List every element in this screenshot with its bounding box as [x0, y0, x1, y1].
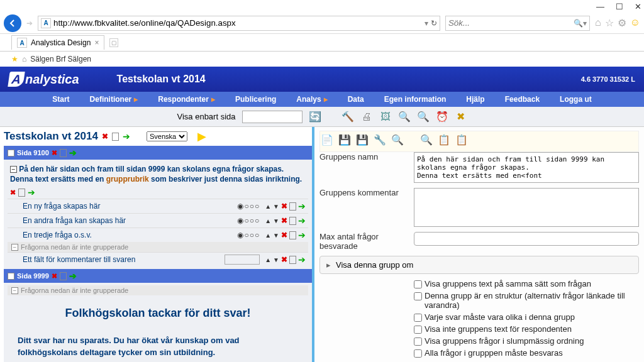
delete-icon[interactable]: ✖: [281, 216, 287, 225]
url-input[interactable]: [53, 18, 422, 28]
page-header-9999[interactable]: − Sida 9999 ✖ ➔: [4, 269, 312, 283]
checkbox-unique-answers[interactable]: [414, 314, 422, 322]
delete-icon[interactable]: ✖: [102, 132, 108, 141]
group-info-row[interactable]: − På den här sidan och fram till sidan 9…: [8, 162, 308, 186]
copy-icon[interactable]: [289, 217, 296, 225]
tool-icon[interactable]: 🔧: [373, 133, 387, 146]
emoji-icon[interactable]: ☺: [630, 17, 640, 29]
copy-icon[interactable]: [289, 256, 296, 264]
search-icon[interactable]: 🔍: [574, 19, 583, 28]
new-icon[interactable]: [18, 189, 25, 197]
favorites-icon[interactable]: ☆: [605, 17, 614, 29]
question-row[interactable]: En tredje fråga o.s.v. ◉○○○ ▲ ▼ ✖ ➔: [8, 228, 308, 242]
delete-icon[interactable]: ✖: [52, 272, 57, 280]
maximize-icon[interactable]: ☐: [616, 2, 623, 11]
save-icon[interactable]: 💾: [338, 133, 352, 146]
delete-icon[interactable]: ✖: [281, 255, 287, 264]
search-input[interactable]: [448, 18, 574, 28]
condition-accordion[interactable]: ▸ Visa denna grupp om: [319, 256, 639, 274]
menu-publicering[interactable]: Publicering: [235, 95, 276, 104]
checkbox-structure[interactable]: [414, 292, 422, 300]
comment-field-row[interactable]: Ett fält för kommentarer till svaren ▲ ▼…: [8, 252, 308, 266]
url-field-wrap[interactable]: A ▾ ↻: [38, 16, 440, 31]
new-tab-icon[interactable]: ▢: [109, 38, 118, 47]
new-doc-icon[interactable]: 📄: [320, 133, 334, 146]
menu-loggaut[interactable]: Logga ut: [560, 95, 592, 104]
refresh-icon[interactable]: ↻: [431, 19, 437, 28]
copy-icon[interactable]: [289, 202, 296, 211]
move-up-icon[interactable]: ▲: [265, 217, 271, 224]
max-questions-input[interactable]: [414, 232, 639, 246]
star-icon[interactable]: ★: [11, 55, 18, 63]
forward-button[interactable]: ➔: [26, 19, 33, 28]
collapse-icon[interactable]: −: [8, 150, 14, 156]
search2-icon[interactable]: 🔍: [417, 111, 430, 123]
page-header-9100[interactable]: − Sida 9100 ✖ ➔: [4, 146, 312, 160]
collapse-icon[interactable]: −: [11, 287, 18, 294]
page-filter-input[interactable]: [242, 111, 303, 123]
copy-icon[interactable]: 📋: [437, 133, 451, 146]
minimize-icon[interactable]: —: [596, 2, 604, 11]
checkbox-hide-text[interactable]: [414, 326, 422, 334]
copy-icon[interactable]: [289, 231, 296, 239]
refresh-icon[interactable]: 🔄: [309, 111, 321, 123]
menu-start[interactable]: Start: [52, 95, 69, 104]
menu-analys[interactable]: Analys▶: [296, 95, 327, 104]
menu-definitioner[interactable]: Definitioner▶: [90, 95, 138, 104]
clock-icon[interactable]: ⏰: [436, 111, 448, 123]
close-icon[interactable]: ✕: [635, 2, 641, 11]
move-up-icon[interactable]: ▲: [265, 232, 271, 239]
move-down-icon[interactable]: ▼: [273, 203, 279, 210]
forward-arrow-icon[interactable]: ➔: [298, 230, 306, 240]
fav-link[interactable]: Sälgen Brf Sälgen: [30, 55, 91, 63]
play-icon[interactable]: ▶: [197, 129, 206, 143]
menu-hjalp[interactable]: Hjälp: [466, 95, 484, 104]
zoom-icon[interactable]: 🔍: [391, 133, 404, 146]
new-page-icon[interactable]: [60, 272, 67, 280]
delete-icon[interactable]: ✖: [281, 202, 287, 211]
checkbox-all-required[interactable]: [414, 349, 422, 358]
paste-icon[interactable]: 📋: [455, 133, 469, 146]
forward-arrow-icon[interactable]: ➔: [28, 187, 35, 197]
delete-icon[interactable]: ✖: [52, 149, 57, 157]
forward-arrow-icon[interactable]: ➔: [69, 148, 77, 158]
search-field-wrap[interactable]: 🔍 ▾: [445, 16, 590, 31]
move-up-icon[interactable]: ▲: [265, 256, 271, 263]
menu-respondenter[interactable]: Respondenter▶: [158, 95, 215, 104]
forward-arrow-icon[interactable]: ➔: [298, 216, 306, 226]
question-row[interactable]: En andra fråga kan skapas här ◉○○○ ▲ ▼ ✖…: [8, 213, 308, 228]
menu-egeninfo[interactable]: Egen information: [384, 95, 447, 104]
menu-data[interactable]: Data: [348, 95, 364, 104]
move-down-icon[interactable]: ▼: [273, 217, 279, 224]
group-name-input[interactable]: På den här sidan och fram till sidan 999…: [414, 152, 639, 183]
tab-close-icon[interactable]: ×: [94, 38, 99, 47]
language-select[interactable]: Svenska: [147, 131, 187, 141]
printer-icon[interactable]: 🖨: [360, 111, 373, 123]
checkbox-random-order[interactable]: [414, 337, 422, 346]
collapse-icon[interactable]: −: [11, 244, 18, 251]
forward-arrow-icon[interactable]: ➔: [123, 131, 130, 141]
save-as-icon[interactable]: 💾: [355, 133, 369, 146]
collapse-icon[interactable]: −: [8, 273, 14, 280]
new-page-icon[interactable]: [60, 149, 67, 157]
home-icon[interactable]: ⌂: [595, 17, 601, 29]
hammer-icon[interactable]: 🔨: [341, 111, 354, 123]
tools-icon[interactable]: ✖: [455, 111, 467, 123]
menu-feedback[interactable]: Feedback: [505, 95, 540, 104]
forward-arrow-icon[interactable]: ➔: [69, 271, 77, 281]
zoom-icon[interactable]: 🔍: [398, 111, 411, 123]
delete-icon[interactable]: ✖: [10, 189, 16, 197]
dropdown-icon[interactable]: ▾: [425, 19, 428, 28]
new-page-icon[interactable]: [112, 133, 119, 141]
checkbox-same-as-question[interactable]: [414, 280, 422, 288]
search-dropdown-icon[interactable]: ▾: [583, 19, 587, 28]
zoom2-icon[interactable]: 🔍: [419, 133, 433, 146]
forward-arrow-icon[interactable]: ➔: [298, 201, 306, 211]
move-down-icon[interactable]: ▼: [273, 256, 279, 263]
question-row[interactable]: En ny fråga skapas här ◉○○○ ▲ ▼ ✖ ➔: [8, 199, 308, 213]
fav-home-icon[interactable]: ⌂: [22, 55, 26, 63]
move-down-icon[interactable]: ▼: [273, 232, 279, 239]
collapse-icon[interactable]: −: [10, 166, 17, 173]
browser-tab[interactable]: A Analystica Design ×: [11, 35, 104, 50]
delete-icon[interactable]: ✖: [281, 231, 287, 239]
